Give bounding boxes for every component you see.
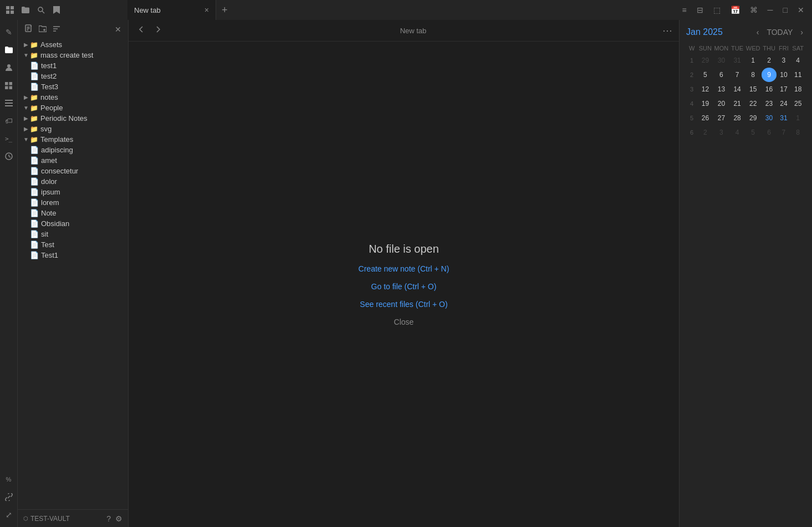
tree-item-note[interactable]: 📄 Note [18,208,128,218]
calendar-day[interactable]: 5 [697,68,713,82]
settings-gear-icon[interactable]: ⚙ [115,514,122,523]
tree-item-obsidian[interactable]: 📄 Obsidian [18,218,128,229]
calendar-day[interactable]: 9 [762,68,777,82]
calendar-day[interactable]: 4 [729,125,745,140]
calendar-day[interactable]: 29 [697,53,713,68]
calendar-day[interactable]: 8 [745,68,762,82]
calendar-day[interactable]: 3 [777,53,790,68]
maximize-button[interactable]: □ [780,4,791,16]
calendar-day[interactable]: 31 [729,53,745,68]
grid-icon[interactable] [4,4,16,16]
calendar-day[interactable]: 4 [790,53,805,68]
calendar-day[interactable]: 15 [745,82,762,96]
tag-icon[interactable]: 🏷 [1,113,17,129]
list-view-icon[interactable]: ≡ [678,4,690,16]
calendar-day[interactable]: 29 [745,111,762,125]
calendar-day[interactable]: 20 [713,96,730,111]
tree-item-notes[interactable]: ▶ 📁 notes [18,92,128,103]
percent-icon[interactable]: % [1,472,17,487]
calendar-day[interactable]: 7 [777,125,790,140]
grid-nav-icon[interactable] [1,78,17,93]
calendar-day[interactable]: 30 [762,111,777,125]
calendar-day[interactable]: 5 [745,125,762,140]
tree-item-ipsum[interactable]: 📄 ipsum [18,187,128,197]
new-folder-button[interactable] [37,24,49,35]
calendar-day[interactable]: 3 [713,125,730,140]
tree-item-test1-template[interactable]: 📄 Test1 [18,250,128,260]
calendar-day[interactable]: 22 [745,96,762,111]
calendar-day[interactable]: 25 [790,96,805,111]
link-icon[interactable] [1,489,17,505]
terminal-icon[interactable]: >_ [1,131,17,146]
calendar-day[interactable]: 7 [729,68,745,82]
calendar-day[interactable]: 6 [762,125,777,140]
more-options-button[interactable]: ⋯ [662,24,672,37]
calendar-day[interactable]: 30 [713,53,730,68]
calendar-day[interactable]: 11 [790,68,805,82]
calendar-day[interactable]: 2 [697,125,713,140]
calendar-prev-button[interactable]: ‹ [754,27,762,38]
calendar-day[interactable]: 24 [777,96,790,111]
week-number[interactable]: 4 [686,96,697,111]
week-number[interactable]: 3 [686,82,697,96]
bookmark-icon[interactable] [51,4,62,16]
tree-item-sit[interactable]: 📄 sit [18,229,128,239]
calendar-day[interactable]: 1 [745,53,762,68]
tree-item-assets[interactable]: ▶ 📁 Assets [18,39,128,50]
clock-icon[interactable] [1,149,17,164]
calendar-day[interactable]: 2 [762,53,777,68]
folder-nav-icon[interactable] [1,42,17,58]
tree-item-lorem[interactable]: 📄 lorem [18,197,128,208]
calendar-day[interactable]: 23 [762,96,777,111]
calendar-day[interactable]: 13 [713,82,730,96]
folder-icon[interactable] [20,4,31,16]
tree-item-svg[interactable]: ▶ 📁 svg [18,124,128,134]
tree-item-templates[interactable]: ▼ 📁 Templates [18,134,128,145]
back-button[interactable] [135,24,147,37]
sort-button[interactable] [51,24,62,35]
calendar-day[interactable]: 17 [777,82,790,96]
week-number[interactable]: 2 [686,68,697,82]
tree-item-test-template[interactable]: 📄 Test [18,239,128,250]
calendar-today-button[interactable]: TODAY [764,27,795,38]
calendar-day[interactable]: 6 [713,68,730,82]
calendar-day[interactable]: 28 [729,111,745,125]
tree-item-amet[interactable]: 📄 amet [18,155,128,166]
calendar-day[interactable]: 12 [697,82,713,96]
layout-icon[interactable]: ⊟ [693,4,707,16]
calendar-day[interactable]: 18 [790,82,805,96]
new-note-button[interactable] [22,23,34,35]
minimize-button[interactable]: ─ [764,4,777,16]
add-tab-button[interactable]: + [216,4,233,16]
tree-item-test2[interactable]: 📄 test2 [18,71,128,81]
forward-button[interactable] [152,24,164,37]
command-icon[interactable]: ⌘ [747,4,761,16]
new-tab[interactable]: New tab × [127,0,216,20]
window-icon[interactable]: ⬚ [710,4,724,16]
tree-item-mass-create-test[interactable]: ▼ 📁 mass create test [18,50,128,60]
close-link[interactable]: Close [394,318,414,326]
calendar-day[interactable]: 21 [729,96,745,111]
create-new-note-link[interactable]: Create new note (Ctrl + N) [359,264,450,273]
tree-item-test3[interactable]: 📄 Test3 [18,81,128,92]
calendar-day[interactable]: 1 [790,111,805,125]
calendar-next-button[interactable]: › [798,27,805,38]
people-icon[interactable] [1,60,17,75]
see-recent-files-link[interactable]: See recent files (Ctrl + O) [360,300,447,309]
tree-item-consectetur[interactable]: 📄 consectetur [18,166,128,176]
calendar-day[interactable]: 26 [697,111,713,125]
help-icon[interactable]: ? [106,514,111,523]
tree-item-periodic-notes[interactable]: ▶ 📁 Periodic Notes [18,113,128,124]
calendar-day[interactable]: 31 [777,111,790,125]
collapse-button[interactable]: ✕ [113,24,124,35]
calendar-day[interactable]: 8 [790,125,805,140]
tree-item-adipiscing[interactable]: 📄 adipiscing [18,145,128,155]
tree-item-people[interactable]: ▼ 📁 People [18,103,128,113]
list-icon[interactable] [1,95,17,111]
tree-item-test1[interactable]: 📄 test1 [18,60,128,71]
close-button[interactable]: ✕ [794,4,808,16]
calendar-icon[interactable]: 📅 [727,4,743,16]
week-number[interactable]: 6 [686,125,697,140]
calendar-day[interactable]: 19 [697,96,713,111]
calendar-day[interactable]: 14 [729,82,745,96]
